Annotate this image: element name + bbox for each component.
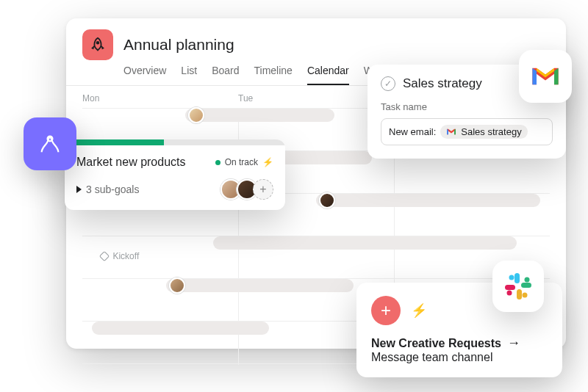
project-rocket-icon — [82, 29, 113, 60]
svg-point-9 — [507, 291, 512, 296]
plus-icon: + — [381, 300, 391, 321]
project-header: Annual planning — [66, 18, 566, 60]
task-name-field-label: Task name — [381, 101, 553, 112]
calendar-event[interactable] — [185, 109, 335, 122]
slack-card-title: New Creative Requests → — [371, 335, 548, 351]
goal-progress-fill — [65, 139, 164, 145]
gmail-app-icon — [519, 50, 572, 103]
goal-assignees: + — [225, 179, 273, 200]
gmail-task-title: Sales strategy — [403, 76, 482, 91]
email-chip-label: Sales strategy — [461, 126, 521, 137]
tab-overview[interactable]: Overview — [123, 65, 166, 85]
status-label: On track — [225, 157, 258, 167]
assignee-avatar — [319, 192, 335, 208]
tab-list[interactable]: List — [181, 65, 197, 85]
svg-point-8 — [523, 293, 528, 298]
slack-integration-card: + ⚡ New Creative Requests → Message team… — [356, 283, 562, 377]
task-name-prefix: New email: — [389, 126, 436, 137]
slack-app-icon — [492, 261, 544, 312]
slack-card-subtitle: Message team channel — [371, 351, 548, 364]
create-task-button[interactable]: + — [371, 296, 401, 325]
svg-point-7 — [525, 277, 530, 283]
day-mon: Mon — [82, 93, 238, 104]
check-icon: ✓ — [384, 79, 392, 89]
svg-point-1 — [48, 137, 53, 142]
assignee-avatar — [169, 277, 185, 294]
caret-right-icon — [76, 186, 82, 193]
task-complete-checkbox[interactable]: ✓ — [381, 76, 395, 91]
task-name-field[interactable]: New email: Sales strategy — [381, 118, 553, 145]
milestone-kickoff[interactable]: Kickoff — [101, 251, 139, 261]
goals-app-icon — [24, 117, 76, 170]
calendar-event[interactable] — [166, 279, 353, 292]
calendar-event[interactable] — [92, 322, 270, 335]
goal-progress-remaining — [164, 139, 285, 145]
calendar-event[interactable] — [213, 236, 517, 250]
project-title: Annual planning — [123, 36, 234, 54]
gmail-integration-card: ✓ Sales strategy Task name New email: Sa… — [368, 65, 566, 159]
gmail-mini-icon — [446, 128, 456, 136]
sub-goals-toggle[interactable]: 3 sub-goals — [76, 184, 139, 195]
svg-point-0 — [97, 42, 99, 44]
svg-rect-3 — [521, 283, 531, 288]
svg-rect-2 — [514, 273, 520, 283]
svg-rect-4 — [517, 289, 522, 300]
bolt-icon: ⚡ — [262, 157, 273, 167]
calendar-event[interactable] — [316, 194, 540, 207]
sub-goals-label: 3 sub-goals — [86, 184, 139, 195]
goal-card[interactable]: Market new products On track ⚡ 3 sub-goa… — [65, 139, 285, 210]
goal-title: Market new products — [76, 156, 186, 169]
calendar-row: Kickoff — [82, 236, 550, 279]
arrow-right-icon: → — [507, 335, 520, 351]
milestone-label: Kickoff — [112, 251, 139, 261]
milestone-icon — [99, 251, 110, 261]
plus-icon: + — [259, 183, 266, 196]
status-dot — [215, 160, 220, 165]
svg-rect-5 — [505, 285, 515, 290]
goal-status: On track ⚡ — [215, 157, 273, 167]
goal-progress-bar — [65, 139, 285, 145]
tab-board[interactable]: Board — [212, 65, 239, 85]
email-chip[interactable]: Sales strategy — [440, 125, 527, 139]
tab-timeline[interactable]: Timeline — [254, 65, 293, 85]
assignee-avatar — [188, 107, 204, 123]
slack-card-title-text: New Creative Requests — [371, 337, 501, 350]
add-assignee-button[interactable]: + — [253, 179, 273, 200]
bolt-icon: ⚡ — [411, 302, 427, 319]
svg-point-6 — [509, 275, 514, 280]
tab-calendar[interactable]: Calendar — [307, 65, 349, 85]
